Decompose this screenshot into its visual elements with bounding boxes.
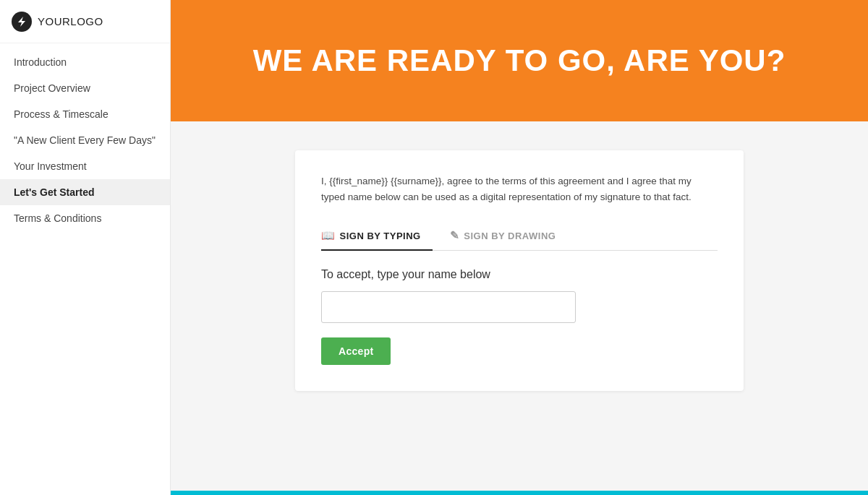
pen-icon: ✎ [450, 229, 460, 242]
tab-typing-label: SIGN BY TYPING [340, 231, 421, 241]
sidebar-item-project-overview[interactable]: Project Overview [0, 75, 170, 101]
logo-regular: LOGO [70, 15, 103, 27]
main-content: WE ARE READY TO GO, ARE YOU? I, {{first_… [171, 0, 868, 495]
logo-area: YOURLOGO [0, 0, 170, 43]
sidebar-item-new-client[interactable]: "A New Client Every Few Days" [0, 127, 170, 153]
sidebar-item-lets-get-started[interactable]: Let's Get Started [0, 179, 170, 205]
content-area: I, {{first_name}} {{surname}}, agree to … [171, 121, 868, 491]
agreement-text: I, {{first_name}} {{surname}}, agree to … [321, 173, 718, 205]
form-label: To accept, type your name below [321, 268, 718, 281]
sidebar: YOURLOGO Introduction Project Overview P… [0, 0, 171, 495]
sidebar-item-your-investment[interactable]: Your Investment [0, 153, 170, 179]
sidebar-item-terms-conditions[interactable]: Terms & Conditions [0, 205, 170, 231]
logo-text: YOURLOGO [38, 15, 103, 27]
name-input[interactable] [321, 291, 576, 323]
sidebar-item-process-timescale[interactable]: Process & Timescale [0, 101, 170, 127]
signature-tabs: 📖 SIGN BY TYPING ✎ SIGN BY DRAWING [321, 222, 718, 251]
bottom-bar [171, 491, 868, 495]
book-icon: 📖 [321, 229, 336, 242]
accept-button[interactable]: Accept [321, 337, 391, 365]
logo-bold: YOUR [38, 15, 70, 27]
hero-title: WE ARE READY TO GO, ARE YOU? [253, 43, 786, 78]
sidebar-nav: Introduction Project Overview Process & … [0, 43, 170, 495]
sidebar-item-introduction[interactable]: Introduction [0, 49, 170, 75]
bolt-icon [17, 16, 27, 27]
tab-sign-by-typing[interactable]: 📖 SIGN BY TYPING [321, 222, 433, 251]
svg-marker-0 [18, 17, 25, 27]
signature-card: I, {{first_name}} {{surname}}, agree to … [295, 150, 744, 391]
logo-icon [12, 12, 32, 32]
hero-banner: WE ARE READY TO GO, ARE YOU? [171, 0, 868, 121]
tab-drawing-label: SIGN BY DRAWING [464, 231, 556, 241]
tab-sign-by-drawing[interactable]: ✎ SIGN BY DRAWING [450, 222, 568, 251]
